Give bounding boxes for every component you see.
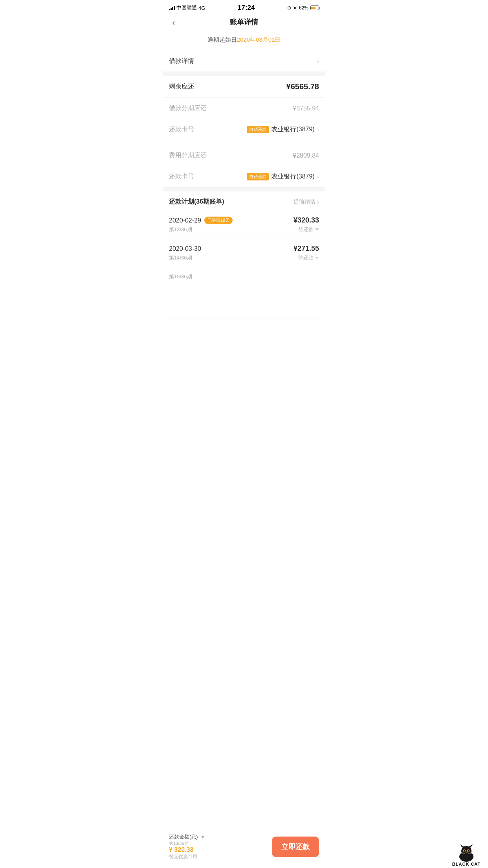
- payment-row-1-bottom: 第13/36期 待还款: [169, 226, 319, 233]
- payment-1-status: 待还款: [298, 226, 314, 233]
- overdue-prefix: 逾期起始日: [207, 36, 237, 43]
- plan-header: 还款计划(36期账单) 提前结清 ›: [163, 191, 325, 211]
- status-left: 中国联通 4G: [169, 4, 205, 11]
- remaining-value: ¥6565.78: [286, 82, 319, 91]
- payment-1-status-wrap: 待还款: [298, 226, 319, 233]
- fee-installment-label: 费用分期应还: [169, 151, 207, 160]
- auto-badge-1: 自动还款: [247, 126, 269, 133]
- loan-details-row[interactable]: 借款详情 ›: [163, 51, 325, 72]
- repay-card-2-row[interactable]: 还款卡号 自动还款 农业银行(3879) ›: [163, 166, 325, 188]
- spacer-1: [163, 140, 325, 145]
- repay-card-2-right: 自动还款 农业银行(3879) ›: [247, 173, 319, 181]
- section-separator-1: [163, 72, 325, 76]
- chevron-right-icon-3: ›: [317, 173, 319, 180]
- payment-2-status-wrap: 待还款: [298, 254, 319, 261]
- payment-1-date-wrap: 2020-02-29 已逾期18天: [169, 217, 233, 224]
- payment-2-amount: ¥271.55: [294, 245, 319, 253]
- payment-2-status: 待还款: [298, 254, 314, 261]
- network-label: 4G: [198, 5, 205, 11]
- status-bar: 中国联通 4G 17:24 ⊙ ➤ 62%: [163, 0, 325, 14]
- loan-details-right: ›: [317, 58, 319, 65]
- payment-row-2: 2020-03-30 ¥271.55 第14/36期 待还款: [163, 239, 325, 267]
- chevron-right-icon-4: ›: [317, 199, 319, 206]
- repay-card-1-right: 自动还款 农业银行(3879) ›: [247, 125, 319, 134]
- payment-1-period: 第13/36期: [169, 226, 192, 233]
- section-separator-2: [163, 188, 325, 191]
- remaining-row: 剩余应还 ¥6565.78: [163, 76, 325, 98]
- dropdown-arrow-2: [315, 257, 319, 259]
- payment-1-amount: ¥320.33: [294, 216, 319, 224]
- chevron-right-icon-2: ›: [317, 126, 319, 133]
- payment-2-date: 2020-03-30: [169, 245, 201, 252]
- overdue-badge-1: 已逾期18天: [204, 217, 233, 224]
- payment-1-date: 2020-02-29: [169, 217, 201, 224]
- navigation-icon: ➤: [293, 5, 297, 11]
- carrier-label: 中国联通: [176, 4, 197, 11]
- battery-icon: [310, 6, 319, 10]
- status-right: ⊙ ➤ 62%: [287, 5, 319, 11]
- payment-row-1-top: 2020-02-29 已逾期18天 ¥320.33: [169, 216, 319, 224]
- battery-percent: 62%: [299, 5, 308, 11]
- loan-details-label: 借款详情: [169, 57, 194, 65]
- auto-badge-2: 自动还款: [247, 173, 269, 180]
- plan-title: 还款计划(36期账单): [169, 198, 224, 206]
- repay-card-1-label: 还款卡号: [169, 125, 194, 134]
- remaining-label: 剩余应还: [169, 83, 194, 91]
- fee-installment-value: ¥2809.84: [293, 152, 319, 159]
- early-settlement-label: 提前结清: [294, 199, 316, 206]
- back-button[interactable]: ‹: [169, 16, 178, 29]
- extra-period-label: 第15/36期: [169, 274, 192, 280]
- nav-bar: ‹ 账单详情: [163, 14, 325, 31]
- location-icon: ⊙: [287, 5, 291, 11]
- loan-installment-value: ¥3755.94: [293, 105, 319, 112]
- payment-row-2-top: 2020-03-30 ¥271.55: [169, 245, 319, 253]
- dropdown-arrow-1: [315, 228, 319, 231]
- status-time: 17:24: [238, 4, 255, 12]
- loan-installment-label: 借款分期应还: [169, 104, 207, 112]
- overdue-banner: 逾期起始日2020年03月01日: [163, 31, 325, 51]
- overdue-date: 2020年03月01日: [237, 36, 281, 43]
- payment-row-2-bottom: 第14/36期 待还款: [169, 254, 319, 261]
- repay-card-2-label: 还款卡号: [169, 173, 194, 181]
- early-settlement-button[interactable]: 提前结清 ›: [294, 199, 319, 206]
- chevron-right-icon: ›: [317, 58, 319, 65]
- fee-installment-row: 费用分期应还 ¥2809.84: [163, 145, 325, 166]
- payment-2-period: 第14/36期: [169, 254, 192, 261]
- repay-card-2-bank: 农业银行(3879): [271, 173, 314, 181]
- payment-row-extra: 第15/36期: [163, 267, 325, 320]
- loan-installment-row: 借款分期应还 ¥3755.94: [163, 98, 325, 119]
- payment-2-date-wrap: 2020-03-30: [169, 245, 201, 252]
- repay-card-1-bank: 农业银行(3879): [271, 125, 314, 134]
- repay-card-1-row[interactable]: 还款卡号 自动还款 农业银行(3879) ›: [163, 119, 325, 140]
- page-title: 账单详情: [230, 17, 258, 27]
- signal-icon: [169, 6, 175, 10]
- payment-row-1: 2020-02-29 已逾期18天 ¥320.33 第13/36期 待还款: [163, 211, 325, 239]
